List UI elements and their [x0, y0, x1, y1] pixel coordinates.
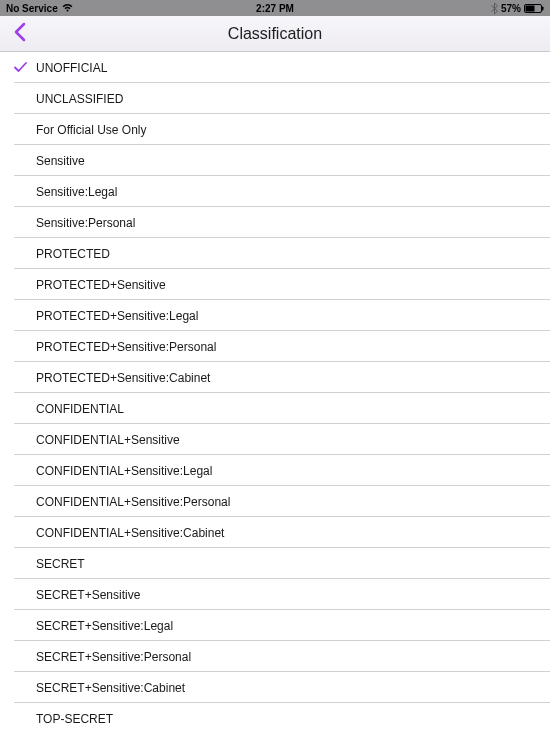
chevron-left-icon [13, 22, 27, 46]
list-item-label: UNCLASSIFIED [36, 92, 123, 106]
carrier-label: No Service [6, 3, 58, 14]
navigation-bar: Classification [0, 16, 550, 52]
list-item-label: CONFIDENTIAL+Sensitive [36, 433, 180, 447]
list-item-label: SECRET+Sensitive:Personal [36, 650, 191, 664]
list-item[interactable]: Sensitive:Legal [0, 176, 550, 207]
page-title: Classification [0, 25, 550, 43]
list-item[interactable]: PROTECTED+Sensitive:Cabinet [0, 362, 550, 393]
list-item-label: Sensitive:Personal [36, 216, 135, 230]
list-item-label: UNOFFICIAL [36, 61, 107, 75]
list-item-label: PROTECTED [36, 247, 110, 261]
list-item-label: TOP-SECRET [36, 712, 113, 726]
list-item-label: SECRET [36, 557, 85, 571]
list-item[interactable]: SECRET+Sensitive:Personal [0, 641, 550, 672]
list-item-label: SECRET+Sensitive:Legal [36, 619, 173, 633]
list-item-label: Sensitive:Legal [36, 185, 117, 199]
list-item[interactable]: For Official Use Only [0, 114, 550, 145]
list-item-label: PROTECTED+Sensitive [36, 278, 166, 292]
list-item-label: SECRET+Sensitive:Cabinet [36, 681, 185, 695]
list-item-label: PROTECTED+Sensitive:Personal [36, 340, 216, 354]
bluetooth-icon [491, 3, 498, 14]
list-item[interactable]: Sensitive:Personal [0, 207, 550, 238]
list-item[interactable]: CONFIDENTIAL+Sensitive:Cabinet [0, 517, 550, 548]
status-bar: No Service 2:27 PM 57% [0, 0, 550, 16]
list-item[interactable]: SECRET+Sensitive [0, 579, 550, 610]
list-item[interactable]: SECRET [0, 548, 550, 579]
list-item[interactable]: UNOFFICIAL [0, 52, 550, 83]
svg-rect-1 [542, 6, 544, 10]
list-item-label: Sensitive [36, 154, 85, 168]
list-item[interactable]: PROTECTED [0, 238, 550, 269]
list-item-label: CONFIDENTIAL+Sensitive:Personal [36, 495, 230, 509]
list-item-label: CONFIDENTIAL [36, 402, 124, 416]
battery-percent-label: 57% [501, 3, 521, 14]
list-item[interactable]: CONFIDENTIAL+Sensitive:Personal [0, 486, 550, 517]
list-item[interactable]: Sensitive [0, 145, 550, 176]
list-item-label: PROTECTED+Sensitive:Legal [36, 309, 198, 323]
clock-label: 2:27 PM [256, 3, 294, 14]
list-item[interactable]: CONFIDENTIAL+Sensitive [0, 424, 550, 455]
list-item-label: PROTECTED+Sensitive:Cabinet [36, 371, 210, 385]
list-item[interactable]: SECRET+Sensitive:Legal [0, 610, 550, 641]
list-item[interactable]: PROTECTED+Sensitive [0, 269, 550, 300]
checkmark-icon [14, 62, 36, 73]
list-item-label: CONFIDENTIAL+Sensitive:Legal [36, 464, 212, 478]
svg-rect-2 [526, 5, 535, 11]
list-item[interactable]: SECRET+Sensitive:Cabinet [0, 672, 550, 703]
list-item[interactable]: PROTECTED+Sensitive:Personal [0, 331, 550, 362]
list-item-label: SECRET+Sensitive [36, 588, 140, 602]
list-item[interactable]: UNCLASSIFIED [0, 83, 550, 114]
battery-icon [524, 4, 544, 13]
list-item-label: For Official Use Only [36, 123, 146, 137]
list-item[interactable]: TOP-SECRET [0, 703, 550, 733]
list-item[interactable]: CONFIDENTIAL [0, 393, 550, 424]
list-item[interactable]: PROTECTED+Sensitive:Legal [0, 300, 550, 331]
wifi-icon [62, 4, 73, 12]
list-item-label: CONFIDENTIAL+Sensitive:Cabinet [36, 526, 224, 540]
list-item[interactable]: CONFIDENTIAL+Sensitive:Legal [0, 455, 550, 486]
back-button[interactable] [2, 16, 38, 52]
classification-list[interactable]: UNOFFICIALUNCLASSIFIEDFor Official Use O… [0, 52, 550, 733]
